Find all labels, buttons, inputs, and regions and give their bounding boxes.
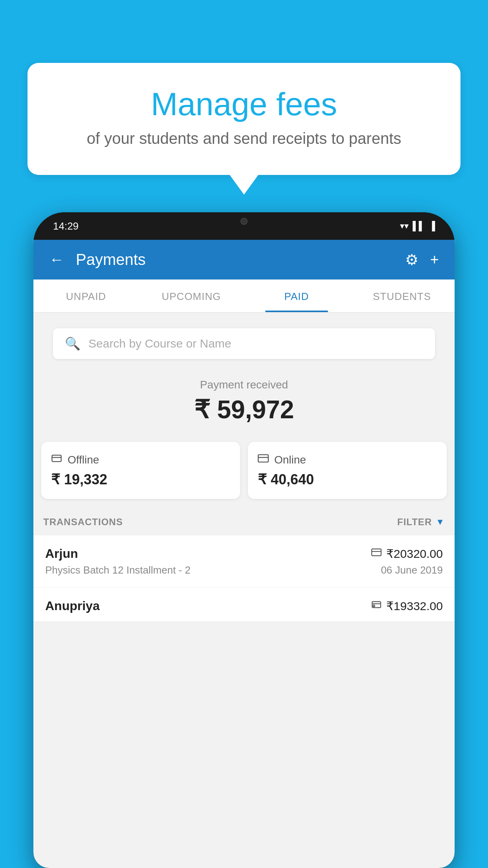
transaction-list: Arjun ₹20320.00 Physics Batch 12 Install…: [33, 535, 455, 621]
tab-upcoming[interactable]: UPCOMING: [139, 280, 244, 312]
svg-rect-2: [258, 455, 268, 462]
offline-label: Offline: [68, 454, 99, 466]
settings-icon[interactable]: ⚙: [405, 251, 418, 268]
offline-card: Offline ₹ 19,332: [41, 442, 240, 499]
transactions-header: TRANSACTIONS FILTER ▼: [33, 509, 455, 535]
tab-paid[interactable]: PAID: [244, 280, 349, 312]
transaction-date: 06 June 2019: [381, 564, 443, 576]
table-row[interactable]: Arjun ₹20320.00 Physics Batch 12 Install…: [33, 535, 455, 588]
app-header: ← Payments ⚙ +: [33, 240, 455, 280]
course-info: Physics Batch 12 Installment - 2: [45, 564, 191, 576]
phone-frame: 14:29 ▾▾ ▌▌ ▐ ← Payments ⚙ + UNPAID UPC: [33, 212, 455, 868]
bubble-subtitle: of your students and send receipts to pa…: [51, 130, 437, 147]
camera: [240, 218, 248, 225]
filter-button[interactable]: FILTER ▼: [397, 517, 445, 528]
page-title: Payments: [76, 251, 405, 268]
signal-icon: ▌▌: [413, 221, 425, 231]
offline-amount: ₹ 19,332: [51, 471, 230, 488]
tab-bar: UNPAID UPCOMING PAID STUDENTS: [33, 280, 455, 313]
status-bar: 14:29 ▾▾ ▌▌ ▐: [33, 212, 455, 240]
status-time: 14:29: [53, 220, 79, 232]
payment-cards: Offline ₹ 19,332 Online ₹ 40,640: [33, 442, 455, 509]
payment-type-icon: [371, 600, 382, 612]
student-name: Anupriya: [45, 599, 100, 613]
tab-unpaid[interactable]: UNPAID: [33, 280, 139, 312]
filter-label: FILTER: [397, 517, 432, 528]
add-icon[interactable]: +: [430, 251, 439, 268]
transactions-label: TRANSACTIONS: [43, 517, 123, 528]
offline-icon: [51, 453, 62, 467]
search-bar-wrapper: 🔍 Search by Course or Name: [33, 313, 455, 359]
back-button[interactable]: ←: [49, 251, 64, 268]
svg-point-8: [373, 605, 374, 607]
phone-notch: [216, 212, 272, 230]
svg-rect-0: [52, 455, 61, 462]
online-icon: [258, 453, 269, 467]
online-amount: ₹ 40,640: [258, 471, 437, 488]
payment-type-icon: [371, 547, 382, 560]
payment-summary: Payment received ₹ 59,972: [33, 367, 455, 442]
battery-icon: ▐: [429, 221, 435, 231]
transaction-amount: ₹20320.00: [386, 547, 443, 561]
search-bar[interactable]: 🔍 Search by Course or Name: [53, 328, 435, 359]
phone-screen: ← Payments ⚙ + UNPAID UPCOMING PAID STUD…: [33, 240, 455, 868]
search-placeholder: Search by Course or Name: [88, 337, 231, 350]
speech-bubble: Manage fees of your students and send re…: [28, 63, 460, 175]
online-card: Online ₹ 40,640: [248, 442, 447, 499]
table-row[interactable]: Anupriya ₹19332.00: [33, 588, 455, 621]
bubble-title: Manage fees: [51, 86, 437, 122]
svg-rect-4: [372, 549, 381, 555]
header-actions: ⚙ +: [405, 251, 439, 268]
wifi-icon: ▾▾: [400, 221, 409, 231]
filter-icon: ▼: [436, 517, 445, 527]
student-name: Arjun: [45, 546, 78, 561]
total-amount: ₹ 59,972: [41, 395, 447, 424]
transaction-amount: ₹19332.00: [386, 599, 443, 613]
search-icon: 🔍: [65, 336, 81, 351]
payment-received-label: Payment received: [41, 379, 447, 391]
status-icons: ▾▾ ▌▌ ▐: [400, 221, 435, 231]
tab-students[interactable]: STUDENTS: [349, 280, 455, 312]
online-label: Online: [274, 454, 306, 466]
